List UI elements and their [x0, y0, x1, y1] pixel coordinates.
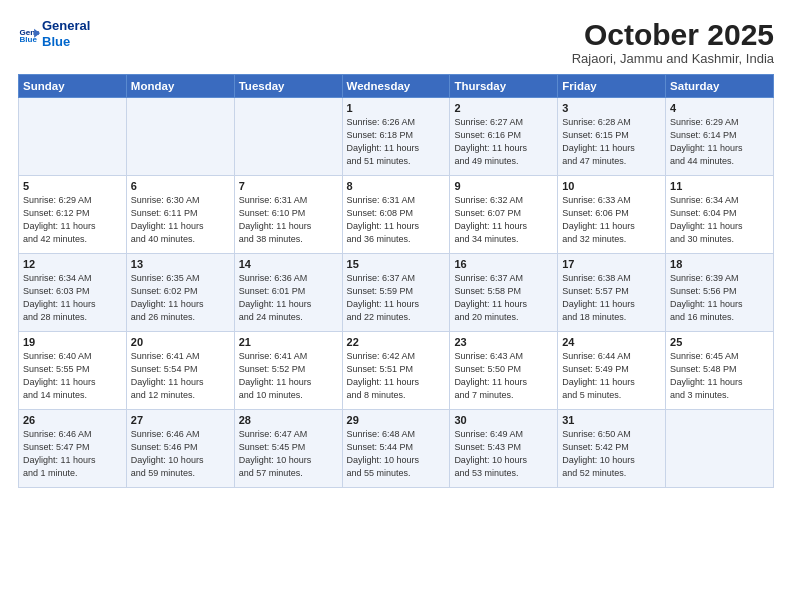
- week-row-0: 1Sunrise: 6:26 AM Sunset: 6:18 PM Daylig…: [19, 98, 774, 176]
- day-info: Sunrise: 6:43 AM Sunset: 5:50 PM Dayligh…: [454, 350, 553, 402]
- weekday-header-monday: Monday: [126, 75, 234, 98]
- day-number: 27: [131, 414, 230, 426]
- day-info: Sunrise: 6:41 AM Sunset: 5:54 PM Dayligh…: [131, 350, 230, 402]
- day-number: 3: [562, 102, 661, 114]
- weekday-header-friday: Friday: [558, 75, 666, 98]
- day-number: 30: [454, 414, 553, 426]
- day-number: 29: [347, 414, 446, 426]
- calendar-cell: [19, 98, 127, 176]
- day-info: Sunrise: 6:35 AM Sunset: 6:02 PM Dayligh…: [131, 272, 230, 324]
- calendar-container: General Blue GeneralBlue October 2025 Ra…: [0, 0, 792, 612]
- day-number: 25: [670, 336, 769, 348]
- calendar-cell: 2Sunrise: 6:27 AM Sunset: 6:16 PM Daylig…: [450, 98, 558, 176]
- calendar-cell: 11Sunrise: 6:34 AM Sunset: 6:04 PM Dayli…: [666, 176, 774, 254]
- day-info: Sunrise: 6:27 AM Sunset: 6:16 PM Dayligh…: [454, 116, 553, 168]
- day-info: Sunrise: 6:37 AM Sunset: 5:58 PM Dayligh…: [454, 272, 553, 324]
- calendar-cell: 13Sunrise: 6:35 AM Sunset: 6:02 PM Dayli…: [126, 254, 234, 332]
- calendar-cell: [234, 98, 342, 176]
- day-info: Sunrise: 6:40 AM Sunset: 5:55 PM Dayligh…: [23, 350, 122, 402]
- day-info: Sunrise: 6:28 AM Sunset: 6:15 PM Dayligh…: [562, 116, 661, 168]
- day-info: Sunrise: 6:49 AM Sunset: 5:43 PM Dayligh…: [454, 428, 553, 480]
- day-number: 11: [670, 180, 769, 192]
- calendar-cell: 14Sunrise: 6:36 AM Sunset: 6:01 PM Dayli…: [234, 254, 342, 332]
- weekday-header-row: SundayMondayTuesdayWednesdayThursdayFrid…: [19, 75, 774, 98]
- day-number: 9: [454, 180, 553, 192]
- day-number: 22: [347, 336, 446, 348]
- day-info: Sunrise: 6:26 AM Sunset: 6:18 PM Dayligh…: [347, 116, 446, 168]
- calendar-cell: 8Sunrise: 6:31 AM Sunset: 6:08 PM Daylig…: [342, 176, 450, 254]
- day-info: Sunrise: 6:29 AM Sunset: 6:14 PM Dayligh…: [670, 116, 769, 168]
- day-number: 14: [239, 258, 338, 270]
- calendar-cell: 9Sunrise: 6:32 AM Sunset: 6:07 PM Daylig…: [450, 176, 558, 254]
- day-info: Sunrise: 6:36 AM Sunset: 6:01 PM Dayligh…: [239, 272, 338, 324]
- day-number: 19: [23, 336, 122, 348]
- day-number: 31: [562, 414, 661, 426]
- calendar-cell: 20Sunrise: 6:41 AM Sunset: 5:54 PM Dayli…: [126, 332, 234, 410]
- calendar-cell: 24Sunrise: 6:44 AM Sunset: 5:49 PM Dayli…: [558, 332, 666, 410]
- calendar-cell: 28Sunrise: 6:47 AM Sunset: 5:45 PM Dayli…: [234, 410, 342, 488]
- calendar-cell: 12Sunrise: 6:34 AM Sunset: 6:03 PM Dayli…: [19, 254, 127, 332]
- day-number: 15: [347, 258, 446, 270]
- day-number: 24: [562, 336, 661, 348]
- day-number: 4: [670, 102, 769, 114]
- day-info: Sunrise: 6:47 AM Sunset: 5:45 PM Dayligh…: [239, 428, 338, 480]
- weekday-header-tuesday: Tuesday: [234, 75, 342, 98]
- calendar-table: SundayMondayTuesdayWednesdayThursdayFrid…: [18, 74, 774, 488]
- calendar-cell: 26Sunrise: 6:46 AM Sunset: 5:47 PM Dayli…: [19, 410, 127, 488]
- day-info: Sunrise: 6:31 AM Sunset: 6:08 PM Dayligh…: [347, 194, 446, 246]
- calendar-cell: 23Sunrise: 6:43 AM Sunset: 5:50 PM Dayli…: [450, 332, 558, 410]
- month-title: October 2025: [572, 18, 774, 51]
- day-info: Sunrise: 6:31 AM Sunset: 6:10 PM Dayligh…: [239, 194, 338, 246]
- day-info: Sunrise: 6:48 AM Sunset: 5:44 PM Dayligh…: [347, 428, 446, 480]
- day-number: 12: [23, 258, 122, 270]
- header: General Blue GeneralBlue October 2025 Ra…: [18, 18, 774, 66]
- logo-icon: General Blue: [18, 23, 40, 45]
- day-info: Sunrise: 6:45 AM Sunset: 5:48 PM Dayligh…: [670, 350, 769, 402]
- calendar-cell: 22Sunrise: 6:42 AM Sunset: 5:51 PM Dayli…: [342, 332, 450, 410]
- calendar-cell: 7Sunrise: 6:31 AM Sunset: 6:10 PM Daylig…: [234, 176, 342, 254]
- day-number: 10: [562, 180, 661, 192]
- week-row-3: 19Sunrise: 6:40 AM Sunset: 5:55 PM Dayli…: [19, 332, 774, 410]
- day-number: 21: [239, 336, 338, 348]
- weekday-header-saturday: Saturday: [666, 75, 774, 98]
- week-row-4: 26Sunrise: 6:46 AM Sunset: 5:47 PM Dayli…: [19, 410, 774, 488]
- day-info: Sunrise: 6:50 AM Sunset: 5:42 PM Dayligh…: [562, 428, 661, 480]
- calendar-cell: [666, 410, 774, 488]
- calendar-cell: 29Sunrise: 6:48 AM Sunset: 5:44 PM Dayli…: [342, 410, 450, 488]
- calendar-cell: 16Sunrise: 6:37 AM Sunset: 5:58 PM Dayli…: [450, 254, 558, 332]
- day-number: 28: [239, 414, 338, 426]
- day-info: Sunrise: 6:33 AM Sunset: 6:06 PM Dayligh…: [562, 194, 661, 246]
- day-number: 6: [131, 180, 230, 192]
- calendar-cell: 21Sunrise: 6:41 AM Sunset: 5:52 PM Dayli…: [234, 332, 342, 410]
- day-number: 1: [347, 102, 446, 114]
- calendar-cell: 15Sunrise: 6:37 AM Sunset: 5:59 PM Dayli…: [342, 254, 450, 332]
- day-info: Sunrise: 6:44 AM Sunset: 5:49 PM Dayligh…: [562, 350, 661, 402]
- day-info: Sunrise: 6:41 AM Sunset: 5:52 PM Dayligh…: [239, 350, 338, 402]
- day-number: 23: [454, 336, 553, 348]
- calendar-cell: 30Sunrise: 6:49 AM Sunset: 5:43 PM Dayli…: [450, 410, 558, 488]
- weekday-header-sunday: Sunday: [19, 75, 127, 98]
- logo: General Blue GeneralBlue: [18, 18, 90, 49]
- day-number: 2: [454, 102, 553, 114]
- day-number: 5: [23, 180, 122, 192]
- day-number: 18: [670, 258, 769, 270]
- day-info: Sunrise: 6:32 AM Sunset: 6:07 PM Dayligh…: [454, 194, 553, 246]
- calendar-cell: 17Sunrise: 6:38 AM Sunset: 5:57 PM Dayli…: [558, 254, 666, 332]
- weekday-header-thursday: Thursday: [450, 75, 558, 98]
- calendar-cell: 4Sunrise: 6:29 AM Sunset: 6:14 PM Daylig…: [666, 98, 774, 176]
- calendar-cell: [126, 98, 234, 176]
- day-info: Sunrise: 6:46 AM Sunset: 5:47 PM Dayligh…: [23, 428, 122, 480]
- calendar-cell: 19Sunrise: 6:40 AM Sunset: 5:55 PM Dayli…: [19, 332, 127, 410]
- day-info: Sunrise: 6:46 AM Sunset: 5:46 PM Dayligh…: [131, 428, 230, 480]
- calendar-cell: 27Sunrise: 6:46 AM Sunset: 5:46 PM Dayli…: [126, 410, 234, 488]
- day-info: Sunrise: 6:30 AM Sunset: 6:11 PM Dayligh…: [131, 194, 230, 246]
- day-number: 17: [562, 258, 661, 270]
- calendar-cell: 6Sunrise: 6:30 AM Sunset: 6:11 PM Daylig…: [126, 176, 234, 254]
- calendar-cell: 5Sunrise: 6:29 AM Sunset: 6:12 PM Daylig…: [19, 176, 127, 254]
- calendar-cell: 1Sunrise: 6:26 AM Sunset: 6:18 PM Daylig…: [342, 98, 450, 176]
- day-number: 20: [131, 336, 230, 348]
- calendar-cell: 3Sunrise: 6:28 AM Sunset: 6:15 PM Daylig…: [558, 98, 666, 176]
- weekday-header-wednesday: Wednesday: [342, 75, 450, 98]
- day-number: 13: [131, 258, 230, 270]
- day-info: Sunrise: 6:34 AM Sunset: 6:04 PM Dayligh…: [670, 194, 769, 246]
